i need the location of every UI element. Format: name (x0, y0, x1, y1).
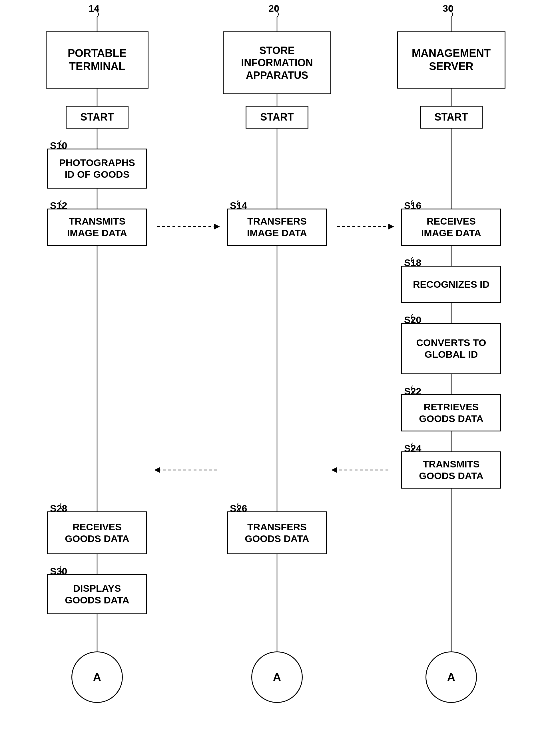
s10-photographs-box: PHOTOGRAPHSID OF GOODS (47, 149, 147, 189)
ms-end-circle: A (426, 651, 477, 703)
ref-14: 14 (89, 3, 99, 14)
s12-transmits-box: TRANSMITSIMAGE DATA (47, 209, 147, 246)
s16-receives-box: RECEIVESIMAGE DATA (401, 209, 501, 246)
s24-transmits-goods-box: TRANSMITSGOODS DATA (401, 451, 501, 489)
si-end-circle: A (251, 651, 303, 703)
flowchart-diagram: 14 20 30 PORTABLE TERMINAL STOREINFORMAT… (0, 0, 554, 756)
ref-30: 30 (443, 3, 453, 14)
pt-end-circle: A (71, 651, 123, 703)
si-start-box: START (245, 106, 309, 129)
svg-marker-21 (214, 224, 220, 230)
s28-receives-goods-box: RECEIVESGOODS DATA (47, 511, 147, 554)
ms-start-box: START (420, 106, 483, 129)
s14-transfers-box: TRANSFERSIMAGE DATA (227, 209, 327, 246)
ref-20: 20 (268, 3, 279, 14)
store-information-header: STOREINFORMATIONAPPARATUS (223, 32, 331, 94)
s22-retrieves-box: RETRIEVESGOODS DATA (401, 394, 501, 432)
portable-terminal-header: PORTABLE TERMINAL (46, 32, 149, 89)
svg-marker-25 (331, 467, 337, 473)
s30-displays-goods-box: DISPLAYSGOODS DATA (47, 574, 147, 614)
svg-marker-27 (154, 467, 160, 473)
s20-converts-box: CONVERTS TOGLOBAL ID (401, 323, 501, 374)
s18-recognizes-box: RECOGNIZES ID (401, 266, 501, 303)
svg-marker-23 (388, 224, 394, 230)
pt-start-box: START (66, 106, 128, 129)
management-server-header: MANAGEMENT SERVER (397, 32, 505, 89)
s26-transfers-goods-box: TRANSFERSGOODS DATA (227, 511, 327, 554)
